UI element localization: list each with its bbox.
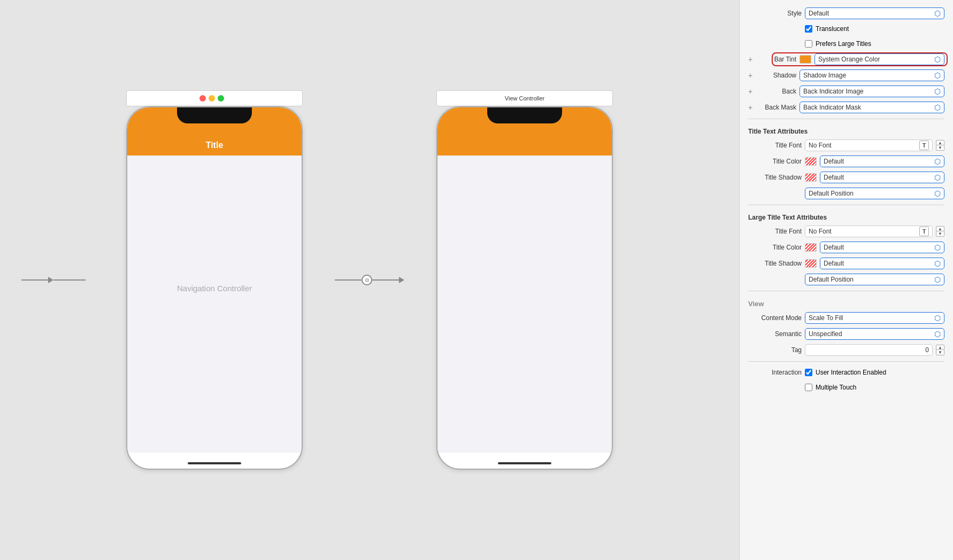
title-position-dropdown[interactable]: Default Position ⬡ (805, 188, 944, 199)
title-position-dropdown-arrow: ⬡ (934, 189, 941, 198)
user-interaction-checkbox[interactable] (805, 369, 812, 376)
window-buttons (199, 95, 224, 102)
large-title-font-dropdown[interactable]: No Font T (805, 225, 933, 237)
close-button[interactable] (199, 95, 206, 102)
large-title-position-row: Default Position ⬡ (740, 271, 953, 287)
bar-tint-row: + Bar Tint System Orange Color ⬡ (740, 51, 953, 67)
style-dropdown[interactable]: Default ⬡ (805, 7, 944, 19)
large-title-font-stepper-up[interactable]: ▲ (936, 226, 944, 231)
title-shadow-row: Title Shadow Default ⬡ (740, 169, 953, 185)
title-font-stepper[interactable]: ▲ ▼ (936, 140, 944, 151)
back-dropdown[interactable]: Back Indicator Image ⬡ (800, 85, 944, 97)
title-position-value: Default Position (809, 190, 854, 197)
inspector-panel: Style Default ⬡ Translucent Prefers Larg… (739, 0, 953, 560)
nav-controller-mockup: Title Navigation Controller (126, 106, 303, 470)
large-title-color-value: Default (824, 244, 844, 251)
large-title-color-dropdown-arrow: ⬡ (934, 243, 941, 252)
nav-controller-label: Navigation Controller (177, 284, 252, 293)
multiple-touch-checkbox[interactable] (805, 384, 812, 391)
bar-tint-label: Bar Tint (759, 56, 796, 63)
title-color-dropdown[interactable]: Default ⬡ (820, 155, 944, 167)
large-title-font-stepper-down[interactable]: ▼ (936, 231, 944, 237)
translucent-checkbox[interactable] (805, 25, 812, 33)
back-mask-dropdown[interactable]: Back Indicator Mask ⬡ (800, 102, 944, 113)
back-row: + Back Back Indicator Image ⬡ (740, 83, 953, 99)
title-shadow-value: Default (824, 174, 844, 181)
prefers-large-titles-checkbox[interactable] (805, 40, 812, 48)
title-font-stepper-up[interactable]: ▲ (936, 140, 944, 145)
shadow-label: Shadow (759, 72, 796, 79)
title-shadow-dropdown-arrow: ⬡ (934, 173, 941, 182)
tag-stepper-up[interactable]: ▲ (936, 345, 944, 350)
bar-tint-swatch[interactable] (800, 55, 811, 64)
view-controller-mockup (436, 106, 613, 470)
large-title-color-swatch[interactable] (805, 243, 817, 252)
connection-line-right (372, 279, 399, 281)
divider-2 (748, 205, 944, 205)
title-font-dropdown[interactable]: No Font T (805, 139, 933, 151)
large-title-position-value: Default Position (809, 276, 854, 283)
title-font-value: No Font (809, 142, 832, 149)
content-mode-value: Scale To Fill (809, 314, 843, 322)
tag-input[interactable]: 0 (805, 344, 933, 356)
vc-home-bar (498, 462, 551, 464)
shadow-dropdown-arrow: ⬡ (934, 71, 941, 80)
title-color-label: Title Color (748, 158, 802, 165)
tag-stepper[interactable]: ▲ ▼ (936, 345, 944, 355)
title-shadow-swatch[interactable] (805, 173, 817, 182)
bar-tint-plus[interactable]: + (748, 55, 756, 64)
back-mask-value: Back Indicator Mask (803, 104, 861, 111)
connection-line-left (335, 279, 362, 281)
back-label: Back (759, 88, 796, 95)
semantic-value: Unspecified (809, 330, 842, 338)
large-title-shadow-dropdown[interactable]: Default ⬡ (820, 258, 944, 269)
title-font-label: Title Font (748, 142, 802, 149)
translucent-row: Translucent (740, 21, 953, 36)
title-shadow-dropdown[interactable]: Default ⬡ (820, 172, 944, 183)
title-color-swatch[interactable] (805, 157, 817, 166)
font-T-icon[interactable]: T (919, 141, 929, 150)
bar-tint-value: System Orange Color (818, 56, 880, 63)
large-font-T-icon[interactable]: T (919, 227, 929, 236)
large-title-font-value: No Font (809, 228, 832, 235)
prefers-large-titles-row: Prefers Large Titles (740, 36, 953, 51)
large-title-shadow-row: Title Shadow Default ⬡ (740, 255, 953, 271)
back-mask-row: + Back Mask Back Indicator Mask ⬡ (740, 99, 953, 115)
large-title-color-row: Title Color Default ⬡ (740, 239, 953, 255)
large-title-shadow-dropdown-arrow: ⬡ (934, 259, 941, 268)
entry-arrow (21, 277, 86, 283)
view-controller-phone: View Controller (436, 90, 613, 470)
canvas-area: Title Navigation Controller ⚙ View Contr… (0, 0, 739, 560)
back-value: Back Indicator Image (803, 88, 864, 95)
large-title-shadow-swatch[interactable] (805, 259, 817, 268)
divider-4 (748, 361, 944, 362)
style-row: Style Default ⬡ (740, 5, 953, 21)
back-mask-dropdown-arrow: ⬡ (934, 103, 941, 112)
title-color-row: Title Color Default ⬡ (740, 153, 953, 169)
back-plus[interactable]: + (748, 87, 756, 96)
style-value: Default (809, 10, 829, 17)
interaction-row: Interaction User Interaction Enabled (740, 365, 953, 380)
connection-arrow-head (399, 277, 404, 283)
minimize-button[interactable] (209, 95, 215, 102)
large-title-color-label: Title Color (748, 244, 802, 251)
shadow-plus[interactable]: + (748, 71, 756, 80)
large-title-position-dropdown-arrow: ⬡ (934, 275, 941, 284)
nav-controller-window-bar (126, 90, 303, 106)
large-title-position-dropdown[interactable]: Default Position ⬡ (805, 274, 944, 285)
content-mode-dropdown[interactable]: Scale To Fill ⬡ (805, 312, 944, 324)
back-mask-plus[interactable]: + (748, 103, 756, 112)
maximize-button[interactable] (218, 95, 224, 102)
shadow-dropdown[interactable]: Shadow Image ⬡ (800, 69, 944, 81)
bar-tint-dropdown[interactable]: System Orange Color ⬡ (814, 53, 944, 65)
connection-circle: ⚙ (362, 275, 372, 285)
title-font-stepper-down[interactable]: ▼ (936, 145, 944, 151)
bar-tint-dropdown-arrow: ⬡ (934, 55, 941, 64)
tag-stepper-down[interactable]: ▼ (936, 350, 944, 355)
semantic-dropdown[interactable]: Unspecified ⬡ (805, 328, 944, 340)
title-shadow-label: Title Shadow (748, 174, 802, 181)
tag-row: Tag 0 ▲ ▼ (740, 342, 953, 358)
large-title-font-stepper[interactable]: ▲ ▼ (936, 226, 944, 237)
semantic-label: Semantic (748, 330, 802, 338)
large-title-color-dropdown[interactable]: Default ⬡ (820, 242, 944, 253)
